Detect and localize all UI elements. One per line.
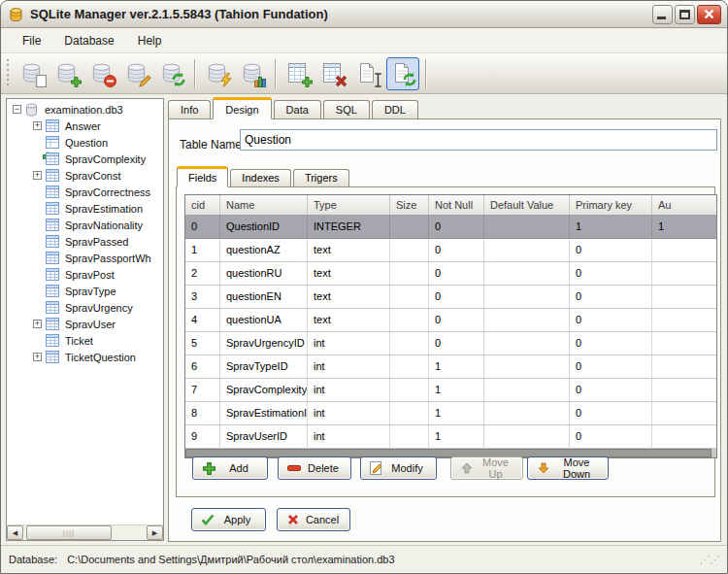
add-table-button[interactable] <box>281 57 314 90</box>
expander-plus-icon[interactable]: + <box>33 121 42 130</box>
tree-item-spravurgency[interactable]: SpravUrgency <box>7 299 163 316</box>
tree-item-spravcomplexity[interactable]: SpravComplexity <box>7 151 163 167</box>
close-button[interactable] <box>697 5 721 24</box>
tree-item-ticketquestion[interactable]: +TicketQuestion <box>7 349 163 365</box>
move-up-button[interactable]: Move Up <box>450 456 523 480</box>
grid-column-header[interactable]: Type <box>308 195 390 215</box>
expander-plus-icon[interactable]: + <box>33 353 42 361</box>
subtab-fields[interactable]: Fields <box>177 166 228 187</box>
table-name-input[interactable] <box>240 129 717 151</box>
expander-plus-icon[interactable]: + <box>33 320 42 328</box>
add-field-button[interactable]: Add <box>192 456 268 480</box>
grid-cell: 5 <box>185 332 220 355</box>
grid-row[interactable]: 8SpravEstimationIDint10 <box>185 402 716 425</box>
tree-item-spravuser[interactable]: +SpravUser <box>7 316 163 332</box>
minimize-button[interactable] <box>652 5 673 24</box>
refresh-table-button[interactable] <box>386 57 419 90</box>
grid-row[interactable]: 9SpravUserIDint10 <box>185 425 716 449</box>
tab-sql[interactable]: SQL <box>323 100 370 118</box>
menu-file[interactable]: File <box>11 29 52 52</box>
edit-database-button[interactable] <box>120 57 153 90</box>
scroll-thumb[interactable]: |||| <box>26 525 112 540</box>
tree-item-question[interactable]: Question <box>7 134 163 151</box>
subtab-indexes[interactable]: Indexes <box>230 169 291 186</box>
grid-cell: 0 <box>429 216 484 239</box>
grid-cell: questionRU <box>220 262 308 286</box>
grid-cell <box>390 286 429 309</box>
expander-placeholder <box>33 287 42 295</box>
grid-row[interactable]: 6SpravTypeIDint10 <box>185 355 716 379</box>
menu-database[interactable]: Database <box>52 29 125 52</box>
menu-help[interactable]: Help <box>126 29 174 52</box>
toolbar-grip[interactable] <box>5 59 11 88</box>
menu-bar: FileDatabaseHelp <box>1 28 727 53</box>
table-icon <box>46 152 61 166</box>
toolbar-buttons <box>15 57 431 90</box>
grid-column-header[interactable]: Au <box>652 195 717 215</box>
tree-item-answer[interactable]: +Answer <box>7 118 163 134</box>
title-bar: SQLite Manager ver.2.1.5.5843 (Tahion Fu… <box>1 1 727 28</box>
expander-minus-icon[interactable]: − <box>13 105 21 114</box>
grid-cell <box>484 355 570 379</box>
tree-item-label: SpravUrgency <box>65 302 133 314</box>
delete-table-button[interactable] <box>316 57 349 90</box>
tree-item-spravpassportwh[interactable]: SpravPassportWh <box>7 250 163 266</box>
refresh-database-button[interactable] <box>155 57 188 90</box>
resize-grip-icon[interactable]: ⋰⋰ <box>700 554 719 566</box>
scroll-right-button[interactable]: ▶ <box>147 525 163 540</box>
tree-item-spravestimation[interactable]: SpravEstimation <box>7 200 163 217</box>
tree-item-spravconst[interactable]: +SpravConst <box>7 167 163 184</box>
grid-cell <box>484 286 570 309</box>
grid-cell <box>390 216 429 239</box>
database-stats-icon <box>241 62 264 85</box>
grid-cell: 0 <box>429 286 484 309</box>
expander-plus-icon[interactable]: + <box>33 171 42 180</box>
database-stats-button[interactable] <box>236 57 269 90</box>
subtab-trigers[interactable]: Trigers <box>293 169 349 186</box>
remove-database-button[interactable] <box>85 57 118 90</box>
grid-row[interactable]: 3questionENtext00 <box>185 286 716 309</box>
tree-item-examination-db3[interactable]: −examination.db3 <box>7 101 163 118</box>
grid-column-header[interactable]: Size <box>390 195 429 215</box>
tree-item-spravpassed[interactable]: SpravPassed <box>7 233 163 250</box>
tab-ddl[interactable]: DDL <box>372 100 418 118</box>
grid-column-header[interactable]: cid <box>185 195 220 215</box>
database-new-icon <box>20 62 44 85</box>
execute-sql-button[interactable] <box>201 57 234 90</box>
tree-horizontal-scrollbar[interactable]: ◀ |||| ▶ <box>7 524 163 540</box>
grid-column-header[interactable]: Name <box>220 195 308 215</box>
grid-cell: 6 <box>185 355 220 379</box>
expander-placeholder <box>33 270 42 279</box>
tab-design[interactable]: Design <box>213 97 271 119</box>
delete-field-button[interactable]: Delete <box>278 456 351 480</box>
tab-data[interactable]: Data <box>274 100 321 118</box>
move-down-button[interactable]: Move Down <box>527 456 609 480</box>
tree-item-spravpost[interactable]: SpravPost <box>7 266 163 283</box>
tab-info[interactable]: Info <box>168 100 211 118</box>
grid-row[interactable]: 1questionAZtext00 <box>185 239 716 262</box>
new-database-button[interactable] <box>16 57 49 90</box>
table-icon <box>46 119 61 133</box>
grid-row[interactable]: 7SpravComplexityIDint10 <box>185 379 716 402</box>
grid-row[interactable]: 5SpravUrgencyIDint00 <box>185 332 716 355</box>
modify-field-button[interactable]: Modify <box>360 456 437 480</box>
tree-item-ticket[interactable]: Ticket <box>7 332 163 349</box>
grid-column-header[interactable]: Primary key <box>570 195 652 215</box>
scroll-left-button[interactable]: ◀ <box>7 525 23 540</box>
grid-row[interactable]: 0QuestionIDINTEGER011 <box>185 216 716 239</box>
grid-cell: 0 <box>570 379 652 402</box>
grid-column-header[interactable]: Not Null <box>429 195 484 215</box>
grid-column-header[interactable]: Default Value <box>484 195 570 215</box>
cancel-button[interactable]: Cancel <box>277 508 350 531</box>
tree-item-spravtype[interactable]: SpravType <box>7 283 163 299</box>
expander-placeholder <box>33 204 42 213</box>
grid-row[interactable]: 2questionRUtext00 <box>185 262 716 286</box>
tree-item-spravcorrectness[interactable]: SpravCorrectness <box>7 184 163 200</box>
grid-row[interactable]: 4questionUAtext00 <box>185 309 716 332</box>
maximize-button[interactable] <box>675 5 695 24</box>
database-path: C:\Documents and Settings\Дмитрий\Рабочи… <box>67 554 394 565</box>
tree-item-spravnationality[interactable]: SpravNationality <box>7 217 163 233</box>
rename-table-button[interactable] <box>351 57 384 90</box>
add-database-button[interactable] <box>50 57 83 90</box>
apply-button[interactable]: Apply <box>191 508 266 531</box>
